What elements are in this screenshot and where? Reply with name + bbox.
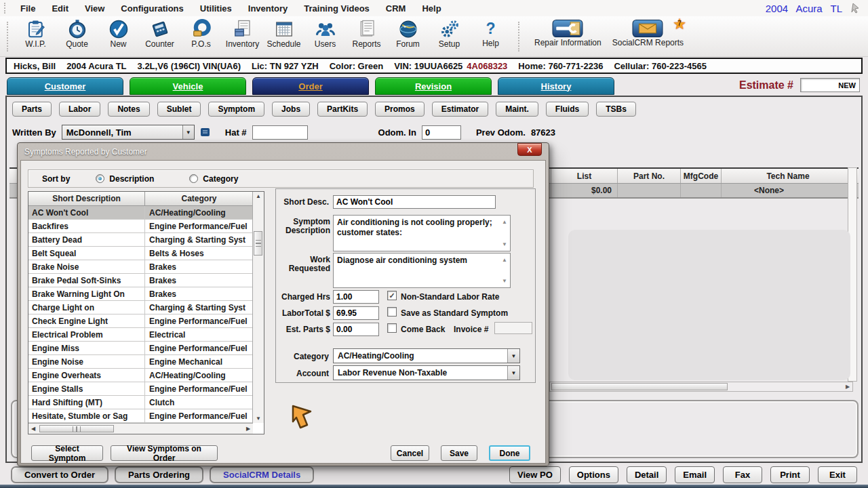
symptom-row[interactable]: Hard Shifting (MT) Clutch: [28, 396, 253, 409]
quote-button[interactable]: Quote: [56, 19, 98, 49]
estimate-number-field[interactable]: NEW: [800, 78, 860, 92]
done-button[interactable]: Done: [489, 445, 530, 461]
non-standard-labor-checkbox[interactable]: ✓: [387, 291, 397, 300]
scroll-up-arrow-icon[interactable]: ▲: [253, 193, 264, 199]
symptom-table-horizontal-scrollbar[interactable]: ◀ ▶: [28, 423, 253, 434]
new-order-button[interactable]: New: [98, 19, 139, 49]
scroll-right-arrow-icon[interactable]: ▶: [843, 384, 852, 390]
order-subtab[interactable]: Fluids: [546, 102, 589, 117]
sort-category-option[interactable]: Category: [189, 174, 238, 184]
menu-item[interactable]: Configurations: [113, 3, 191, 14]
spinner-down-icon[interactable]: ▼: [502, 276, 507, 286]
parts-grid-horizontal-scrollbar[interactable]: ▶: [549, 382, 853, 392]
menu-item[interactable]: Inventory: [240, 3, 296, 14]
dialog-close-button[interactable]: X: [517, 143, 542, 156]
bottom-action-button[interactable]: Print: [770, 466, 810, 483]
counter-sale-button[interactable]: Counter: [139, 19, 180, 49]
repair-information-button[interactable]: Repair Information: [529, 19, 607, 47]
category-select[interactable]: AC/Heating/Cooling ▼: [333, 348, 520, 363]
select-symptom-button[interactable]: Select Symptom: [31, 445, 103, 461]
order-subtab[interactable]: Symptom: [208, 102, 264, 117]
scrollbar-thumb[interactable]: [254, 231, 262, 256]
schedule-button[interactable]: Schedule: [263, 19, 304, 49]
bottom-action-button[interactable]: Fax: [723, 466, 762, 483]
order-subtab[interactable]: Jobs: [272, 102, 310, 117]
main-tab[interactable]: History: [498, 77, 614, 95]
column-header-tech-name[interactable]: Tech Name: [721, 169, 854, 183]
forum-button[interactable]: Forum: [387, 19, 429, 49]
bottom-tab-button[interactable]: SocialCRM Details: [210, 466, 314, 483]
purchase-orders-button[interactable]: P.O.s: [180, 19, 222, 49]
symptom-row[interactable]: Check Engine Light Engine Performance/Fu…: [28, 314, 253, 328]
est-parts-input[interactable]: [333, 323, 379, 336]
short-desc-input[interactable]: [333, 195, 496, 209]
menu-item[interactable]: File: [12, 3, 43, 14]
bottom-action-button[interactable]: Exit: [818, 466, 857, 483]
spinner-up-icon[interactable]: ▲: [502, 255, 507, 265]
column-header-category[interactable]: Category: [145, 192, 253, 205]
inventory-button[interactable]: Inventory: [222, 19, 263, 49]
charged-hrs-input[interactable]: [333, 290, 379, 304]
scroll-left-arrow-icon[interactable]: ◀: [28, 426, 38, 432]
order-subtab[interactable]: Labor: [59, 102, 100, 117]
writer-lookup-icon[interactable]: [200, 127, 210, 138]
order-subtab[interactable]: Sublet: [157, 102, 201, 117]
symptom-row[interactable]: Engine Overheats AC/Heating/Cooling: [28, 369, 253, 382]
labor-total-input[interactable]: [333, 306, 379, 320]
menu-item[interactable]: Edit: [43, 3, 77, 14]
bottom-tab-button[interactable]: Convert to Order: [11, 466, 108, 483]
symptom-row[interactable]: Charge Light on Charging & Starting Syst: [28, 301, 253, 314]
wip-button[interactable]: W.I.P.: [15, 19, 56, 49]
socialcrm-reports-button[interactable]: SocialCRM Reports ★ 7: [607, 19, 689, 47]
main-tab[interactable]: Order: [252, 77, 369, 95]
scrollbar-thumb[interactable]: [39, 425, 114, 432]
main-tab[interactable]: Revision: [375, 77, 492, 95]
order-subtab[interactable]: Promos: [375, 102, 425, 117]
hat-input[interactable]: [252, 125, 308, 140]
menu-item[interactable]: View: [77, 3, 113, 14]
written-by-select[interactable]: McDonnell, Tim ▼: [62, 125, 195, 140]
bottom-action-button[interactable]: Options: [569, 466, 618, 483]
main-tab[interactable]: Vehicle: [130, 77, 246, 95]
column-header-short-description[interactable]: Short Description: [28, 192, 145, 205]
scroll-right-arrow-icon[interactable]: ▶: [243, 426, 253, 432]
order-subtab[interactable]: Parts: [12, 102, 52, 117]
odom-in-input[interactable]: [422, 125, 461, 140]
setup-button[interactable]: Setup: [429, 19, 470, 49]
column-header-mfgcode[interactable]: MfgCode: [680, 169, 721, 183]
order-subtab[interactable]: Maint.: [496, 102, 538, 117]
bottom-action-button[interactable]: Email: [675, 466, 715, 483]
bottom-action-button[interactable]: Detail: [627, 466, 667, 483]
cancel-button[interactable]: Cancel: [391, 445, 429, 461]
menu-item[interactable]: Training Videos: [296, 3, 378, 14]
save-standard-checkbox[interactable]: [387, 307, 397, 317]
symptom-row[interactable]: Engine Noise Engine Mechanical: [28, 355, 253, 369]
main-tab[interactable]: Customer: [7, 77, 123, 95]
menu-item[interactable]: Help: [414, 3, 449, 14]
save-button[interactable]: Save: [441, 445, 477, 461]
help-button[interactable]: ? Help: [470, 19, 511, 48]
account-select[interactable]: Labor Revenue Non-Taxable ▼: [333, 365, 520, 380]
scroll-down-arrow-icon[interactable]: ▼: [253, 415, 264, 422]
column-header-list[interactable]: List: [551, 169, 617, 183]
order-subtab[interactable]: PartKits: [317, 102, 368, 117]
sort-description-option[interactable]: Description: [96, 174, 154, 184]
bottom-tab-button[interactable]: Parts Ordering: [115, 466, 203, 483]
order-subtab[interactable]: TSBs: [596, 102, 636, 117]
users-button[interactable]: Users: [304, 19, 346, 49]
view-symptoms-on-order-button[interactable]: View Symptoms on Order: [111, 445, 218, 461]
symptom-row[interactable]: Battery Dead Charging & Starting Syst: [28, 233, 253, 247]
symptom-row[interactable]: Hesitate, Stumble or Sag Engine Performa…: [28, 409, 253, 423]
invoice-input[interactable]: [494, 322, 532, 334]
bottom-action-button[interactable]: View PO: [509, 466, 561, 483]
scrollbar-thumb[interactable]: [551, 383, 728, 390]
menu-item[interactable]: Utilities: [192, 3, 240, 14]
menu-item[interactable]: CRM: [378, 3, 414, 14]
symptom-description-textarea[interactable]: Air conditioning is not cooling properly…: [333, 215, 511, 251]
column-header-part-no[interactable]: Part No.: [617, 169, 680, 183]
work-requested-textarea[interactable]: Diagnose air conditioning system ▲ ▼: [333, 253, 511, 288]
symptom-row[interactable]: Backfires Engine Performance/Fuel: [28, 220, 253, 233]
symptom-row[interactable]: Engine Stalls Engine Performance/Fuel: [28, 382, 253, 396]
spinner-down-icon[interactable]: ▼: [502, 239, 507, 249]
symptom-row[interactable]: Brake Noise Brakes: [28, 260, 253, 274]
